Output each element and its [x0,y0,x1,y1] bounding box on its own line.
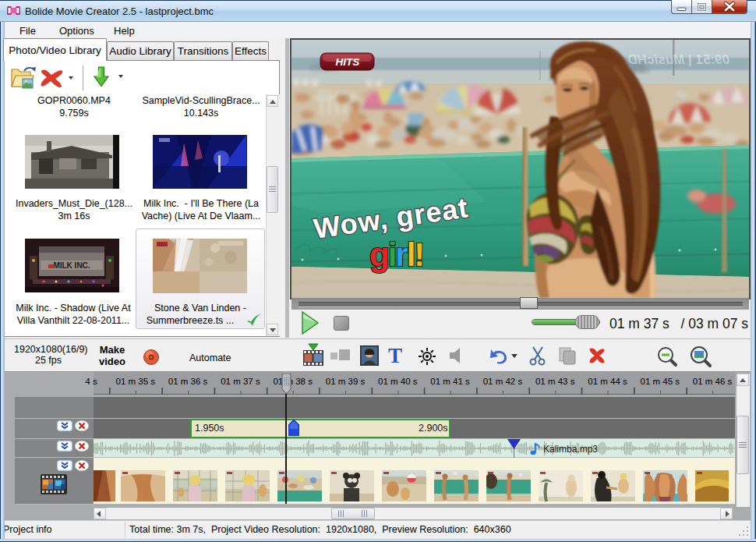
svg-text:HITS: HITS [336,56,360,68]
svg-text:09:51 | MusicHD: 09:51 | MusicHD [628,52,730,67]
svg-text:girl!: girl! [369,236,423,273]
svg-text:MILK INC.: MILK INC. [53,261,90,270]
